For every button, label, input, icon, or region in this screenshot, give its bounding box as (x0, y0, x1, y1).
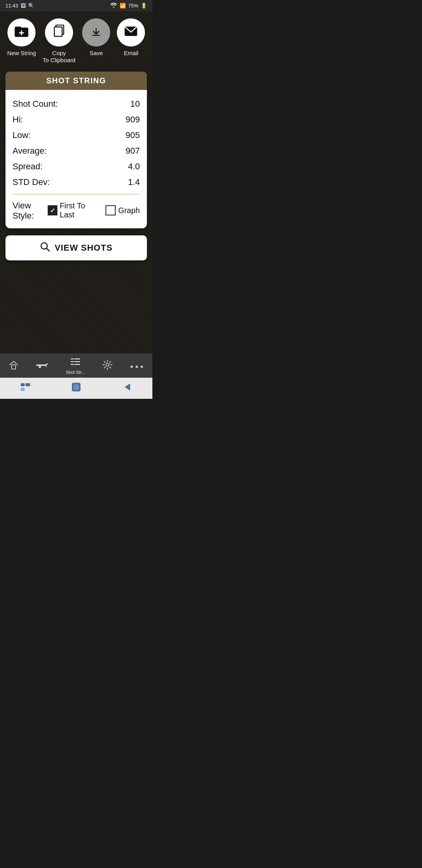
save-button[interactable]: Save (82, 18, 110, 57)
stat-row-hi: Hi: 909 (13, 112, 140, 127)
svg-rect-2 (15, 27, 21, 29)
svg-point-22 (106, 363, 109, 366)
view-style-label: ViewStyle: (13, 201, 44, 221)
svg-rect-30 (73, 384, 79, 390)
settings-icon (102, 359, 113, 373)
graph-option[interactable]: Graph (106, 205, 140, 215)
new-string-button[interactable]: New String (7, 18, 36, 57)
spread-value: 4.0 (128, 161, 140, 172)
nav-shot-str[interactable]: Shot Str... (66, 357, 85, 375)
nav-settings[interactable] (102, 359, 113, 373)
svg-point-0 (113, 7, 114, 8)
view-options: First To Last Graph (48, 201, 140, 219)
email-label: Email (124, 50, 139, 57)
new-string-label: New String (7, 50, 36, 57)
svg-rect-6 (54, 27, 62, 36)
average-label: Average: (13, 146, 47, 156)
rifle-icon (36, 361, 49, 371)
status-bar: 11:43 🖼 🔍 📶 75% 🔋 (0, 0, 152, 11)
back-button[interactable] (122, 382, 132, 395)
email-icon (124, 26, 138, 39)
hi-value: 909 (125, 115, 140, 125)
home-button[interactable] (71, 382, 82, 395)
dark-spacer (0, 267, 152, 353)
average-value: 907 (125, 146, 140, 156)
nav-shots[interactable] (36, 361, 49, 371)
copy-clipboard-button[interactable]: CopyTo Clipboard (43, 18, 75, 64)
svg-point-24 (136, 366, 138, 368)
signal-icon: 📶 (120, 3, 126, 9)
battery-display: 75% (128, 3, 138, 9)
view-shots-label: VIEW SHOTS (55, 243, 113, 253)
bottom-nav: Shot Str... (0, 353, 152, 378)
image-icon: 🖼 (21, 3, 26, 9)
svg-rect-11 (12, 365, 16, 369)
nav-home[interactable] (9, 360, 19, 372)
system-nav (0, 378, 152, 399)
svg-marker-31 (125, 384, 130, 391)
shot-str-nav-label: Shot Str... (66, 370, 85, 375)
copy-label: CopyTo Clipboard (43, 50, 75, 64)
home-icon (9, 360, 19, 372)
graph-label: Graph (118, 206, 140, 215)
svg-rect-26 (21, 383, 25, 386)
card-title: SHOT STRING (46, 76, 106, 85)
stat-row-shot-count: Shot Count: 10 (13, 96, 140, 112)
spread-label: Spread: (13, 161, 43, 172)
card-divider (13, 194, 140, 194)
save-label: Save (89, 50, 103, 57)
toolbar: New String CopyTo Clipboard (0, 11, 152, 72)
svg-rect-28 (21, 388, 25, 391)
card-body: Shot Count: 10 Hi: 909 Low: 905 Average:… (5, 90, 147, 228)
svg-rect-14 (39, 366, 41, 368)
status-left: 11:43 🖼 🔍 (5, 3, 34, 9)
svg-point-25 (141, 366, 143, 368)
status-right: 📶 75% 🔋 (110, 2, 147, 9)
svg-rect-13 (46, 364, 48, 365)
first-to-last-option[interactable]: First To Last (48, 201, 99, 219)
std-dev-label: STD Dev: (13, 177, 50, 187)
email-button[interactable]: Email (117, 18, 145, 57)
search-icon (40, 242, 50, 254)
list-icon (70, 357, 80, 368)
svg-rect-7 (92, 35, 100, 36)
nav-more[interactable] (130, 361, 144, 371)
low-label: Low: (13, 130, 30, 140)
shot-count-label: Shot Count: (13, 99, 58, 109)
copy-circle (45, 18, 73, 47)
copy-icon (52, 25, 66, 41)
card-header: SHOT STRING (5, 72, 147, 90)
save-icon (90, 25, 102, 40)
hi-label: Hi: (13, 115, 23, 125)
svg-rect-12 (36, 364, 46, 366)
new-string-circle (7, 18, 36, 47)
folder-plus-icon (14, 25, 29, 40)
stat-row-spread: Spread: 4.0 (13, 159, 140, 174)
stat-row-low: Low: 905 (13, 127, 140, 143)
battery-icon: 🔋 (141, 3, 147, 9)
email-circle (117, 18, 145, 47)
shot-count-value: 10 (131, 99, 140, 109)
shot-string-card: SHOT STRING Shot Count: 10 Hi: 909 Low: … (5, 72, 147, 228)
svg-point-23 (131, 366, 133, 368)
first-to-last-checkbox[interactable] (48, 205, 57, 215)
time-display: 11:43 (5, 3, 18, 9)
search-status-icon: 🔍 (28, 3, 34, 9)
main-content: New String CopyTo Clipboard (0, 11, 152, 353)
stat-row-std-dev: STD Dev: 1.4 (13, 174, 140, 190)
view-shots-button[interactable]: VIEW SHOTS (5, 235, 147, 260)
wifi-icon (110, 2, 117, 9)
svg-rect-27 (25, 383, 30, 386)
std-dev-value: 1.4 (128, 177, 140, 187)
more-icon (130, 361, 144, 371)
low-value: 905 (125, 130, 140, 140)
stat-row-average: Average: 907 (13, 143, 140, 159)
recents-button[interactable] (20, 382, 31, 394)
svg-rect-15 (46, 365, 46, 367)
svg-line-10 (46, 248, 49, 251)
graph-checkbox[interactable] (106, 205, 116, 215)
view-style-section: ViewStyle: First To Last Graph (13, 199, 140, 223)
first-to-last-label: First To Last (60, 201, 100, 219)
save-circle (82, 18, 110, 47)
